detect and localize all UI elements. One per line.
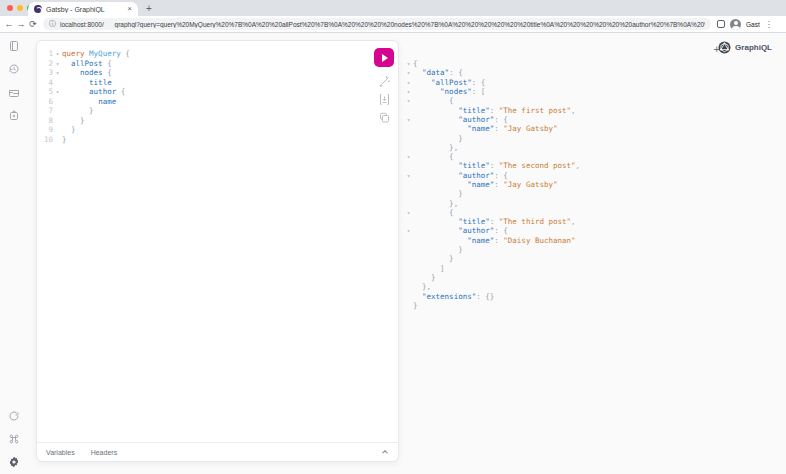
history-icon[interactable]: [8, 63, 20, 75]
code-text: "nodes": [: [413, 87, 485, 96]
code-exporter-plugin-icon[interactable]: [8, 109, 20, 121]
profile-name: Gast: [746, 21, 760, 28]
code-text: }: [62, 125, 76, 134]
browser-menu-icon[interactable]: ⋮: [765, 20, 773, 29]
result-line: ▾ "nodes": [: [404, 87, 580, 96]
forward-icon[interactable]: →: [15, 19, 27, 29]
query-editor[interactable]: 1▾query MyQuery {2▾ allPost {3▾ nodes {4…: [39, 49, 368, 144]
execute-query-button[interactable]: [374, 48, 394, 67]
fold-arrow-icon[interactable]: ▾: [404, 172, 413, 179]
fold-arrow-icon[interactable]: ▾: [404, 209, 413, 216]
site-info-icon[interactable]: ⓘ: [49, 19, 56, 29]
browser-toolbar: ← → ⟳ ⓘ localhost:8000/___graphql?query=…: [0, 16, 786, 33]
code-text: }: [413, 301, 418, 310]
tab-title: Gatsby - GraphiQL: [46, 6, 127, 13]
gatsby-favicon-icon: [34, 5, 42, 13]
editor-line: 9 }: [39, 125, 368, 135]
line-number: 8: [39, 116, 53, 125]
editor-line: 6 name: [39, 97, 368, 107]
browser-actions: Gast ⋮: [717, 19, 778, 30]
result-line: ▾ {: [404, 96, 580, 105]
result-line: }: [404, 133, 580, 142]
prettify-icon[interactable]: [378, 75, 391, 88]
settings-gear-icon[interactable]: [8, 456, 20, 468]
tab-headers[interactable]: Headers: [91, 449, 117, 456]
editor-tools-bar: Variables Headers: [37, 442, 398, 461]
code-text: query MyQuery {: [62, 49, 130, 58]
result-line: ▾ "author": {: [404, 115, 580, 124]
copy-query-icon[interactable]: [378, 111, 391, 124]
line-number: 7: [39, 106, 53, 115]
merge-fragments-icon[interactable]: [378, 93, 391, 106]
code-text: "title": "The first post",: [413, 106, 576, 115]
explorer-plugin-icon[interactable]: [8, 86, 20, 98]
response-pane: ▾{▾ "data": {▾ "allPost": {▾ "nodes": [▾…: [404, 59, 580, 310]
fold-arrow-icon[interactable]: ▾: [404, 88, 413, 95]
plugin-sidebar: [0, 33, 28, 474]
result-line: "title": "The third post",: [404, 217, 580, 226]
code-text: allPost {: [62, 59, 112, 68]
tab-strip: Gatsby - GraphiQL × +: [0, 0, 786, 16]
editor-line: 5▾ author {: [39, 87, 368, 97]
tab-variables[interactable]: Variables: [46, 449, 75, 456]
address-bar[interactable]: ⓘ localhost:8000/___graphql?query=query%…: [43, 18, 711, 30]
docs-explorer-icon[interactable]: [8, 40, 20, 52]
code-text: "title": "The third post",: [413, 217, 576, 226]
result-line: ▾ {: [404, 152, 580, 161]
chevron-up-icon[interactable]: [381, 448, 389, 456]
side-panel-icon[interactable]: [717, 20, 725, 28]
reload-icon[interactable]: ⟳: [27, 19, 39, 29]
play-icon: [382, 54, 388, 62]
editor-line: 8 }: [39, 116, 368, 126]
fold-arrow-icon[interactable]: ▾: [53, 88, 62, 95]
line-number: 3: [39, 68, 53, 77]
code-text: {: [413, 96, 454, 105]
code-text: "name": "Jay Gatsby": [413, 180, 558, 189]
fold-arrow-icon[interactable]: ▾: [404, 60, 413, 67]
fold-arrow-icon[interactable]: ▾: [53, 69, 62, 76]
profile-avatar[interactable]: [730, 19, 741, 30]
code-text: "name": "Daisy Buchanan": [413, 236, 576, 245]
fold-arrow-icon[interactable]: ▾: [404, 97, 413, 104]
back-icon[interactable]: ←: [3, 19, 15, 29]
line-number: 10: [39, 135, 53, 144]
code-text: title: [62, 78, 112, 87]
fold-arrow-icon[interactable]: ▾: [404, 69, 413, 76]
line-number: 4: [39, 78, 53, 87]
result-line: }: [404, 273, 580, 282]
code-text: "author": {: [413, 115, 508, 124]
editor-line: 10}: [39, 135, 368, 145]
window-minimize-button[interactable]: [17, 5, 23, 11]
refetch-schema-icon[interactable]: [8, 410, 20, 422]
fold-arrow-icon[interactable]: ▾: [404, 116, 413, 123]
code-text: "data": {: [413, 68, 463, 77]
code-text: },: [413, 199, 458, 208]
fold-arrow-icon[interactable]: ▾: [53, 60, 62, 67]
code-text: "author": {: [413, 171, 508, 180]
code-text: ]: [413, 264, 445, 273]
browser-tab[interactable]: Gatsby - GraphiQL ×: [28, 2, 138, 16]
code-text: "title": "The second post",: [413, 161, 580, 170]
result-line: ▾ "data": {: [404, 68, 580, 77]
code-text: name: [62, 97, 116, 106]
keyboard-shortcuts-icon[interactable]: [8, 433, 20, 445]
line-number: 5: [39, 87, 53, 96]
code-text: }: [413, 254, 454, 263]
result-line: "extensions": {}: [404, 291, 580, 300]
query-editor-panel: 1▾query MyQuery {2▾ allPost {3▾ nodes {4…: [36, 40, 399, 462]
code-text: }: [62, 106, 94, 115]
new-tab-button[interactable]: +: [146, 3, 152, 14]
code-text: },: [413, 143, 458, 152]
result-line: ▾ "author": {: [404, 226, 580, 235]
result-line: }: [404, 301, 580, 310]
code-text: }: [62, 135, 67, 144]
result-line: ▾ "author": {: [404, 171, 580, 180]
tab-close-icon[interactable]: ×: [127, 5, 132, 13]
window-close-button[interactable]: [7, 5, 13, 11]
fold-arrow-icon[interactable]: ▾: [404, 153, 413, 160]
result-line: },: [404, 198, 580, 207]
fold-arrow-icon[interactable]: ▾: [404, 227, 413, 234]
fold-arrow-icon[interactable]: ▾: [404, 79, 413, 86]
graphiql-logo-text: GraphiQL: [735, 43, 772, 52]
fold-arrow-icon[interactable]: ▾: [53, 50, 62, 57]
